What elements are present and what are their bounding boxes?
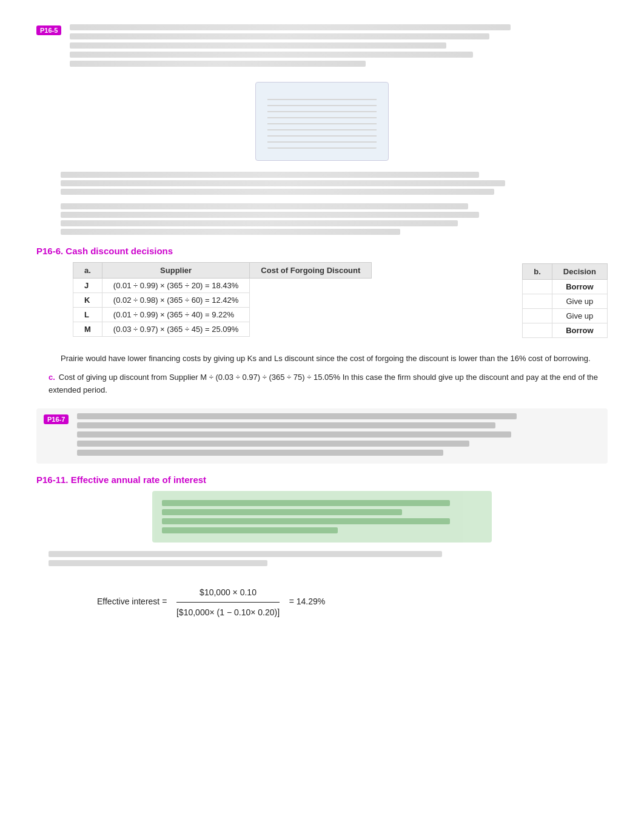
discount-table: a. Supplier Cost of Forgoing Discount J … — [73, 262, 372, 337]
p16-11-blurred-note — [36, 547, 608, 573]
p16-6-header: P16-6. Cash discount decisions — [36, 246, 608, 256]
blurred-line-4 — [70, 52, 473, 58]
narrative-text: Prairie would have lower financing costs… — [61, 353, 608, 365]
col-cost-header: Cost of Forgoing Discount — [250, 263, 372, 279]
green-row-1 — [162, 500, 450, 506]
mid-text-1 — [61, 172, 479, 178]
mid-blurred-5 — [77, 450, 443, 456]
decision-spacer — [523, 294, 552, 309]
decision-table: b. Decision Borrow Give up Give up Borro… — [522, 263, 608, 338]
formula-cell: (0.02 ÷ 0.98) × (365 ÷ 60) = 12.42% — [102, 293, 250, 308]
decision-row: Borrow — [523, 280, 608, 294]
decision-spacer — [523, 323, 552, 338]
decision-cell: Borrow — [552, 323, 607, 338]
mid-problem-text — [77, 413, 600, 459]
part-c-text: Cost of giving up discount from Supplier… — [49, 373, 598, 394]
mid-text-7 — [61, 229, 400, 235]
p16-11-header: P16-11. Effective annual rate of interes… — [36, 475, 608, 485]
supplier-cell: J — [73, 279, 102, 293]
green-row-2 — [162, 509, 402, 515]
table-row: K (0.02 ÷ 0.98) × (365 ÷ 60) = 12.42% — [73, 293, 372, 308]
decision-row: Borrow — [523, 323, 608, 338]
fraction-denominator: [$10,000× (1 − 0.10× 0.20)] — [176, 603, 280, 621]
mid-problem-section: P16-7 — [36, 408, 608, 464]
mid-text-3 — [61, 189, 494, 195]
blurred-line-5 — [70, 61, 366, 67]
effective-interest-result: = 14.29% — [289, 597, 326, 607]
col-decision-header: Decision — [552, 264, 607, 280]
table-row: M (0.03 ÷ 0.97) × (365 ÷ 45) = 25.09% — [73, 322, 372, 337]
mid-problem-id: P16-7 — [44, 414, 69, 424]
mid-text-6 — [61, 220, 458, 226]
mid-text-4 — [61, 203, 468, 209]
table-row: J (0.01 ÷ 0.99) × (365 ÷ 20) = 18.43% — [73, 279, 372, 293]
mid-blurred-1 — [77, 413, 517, 419]
middle-text-block — [36, 172, 608, 235]
effective-interest-formula: Effective interest = $10,000 × 0.10 [$10… — [97, 584, 608, 621]
decision-spacer — [523, 280, 552, 294]
p16-11-data-table — [152, 491, 492, 543]
blurred-line-2 — [70, 33, 489, 39]
decision-cell: Give up — [552, 294, 607, 309]
formula-cell: (0.01 ÷ 0.99) × (365 ÷ 20) = 18.43% — [102, 279, 250, 293]
effective-interest-label: Effective interest = — [97, 597, 167, 607]
note-row-2 — [49, 560, 267, 566]
problem-image — [255, 82, 389, 161]
blurred-line-3 — [70, 42, 446, 49]
part-c-label: c. — [49, 373, 55, 382]
part-b: b. Decision Borrow Give up Give up Borro… — [498, 262, 608, 347]
math-fraction: $10,000 × 0.10 [$10,000× (1 − 0.10× 0.20… — [176, 584, 280, 621]
decision-spacer — [523, 309, 552, 323]
p16-11-section: P16-11. Effective annual rate of interes… — [36, 475, 608, 621]
top-problem-text — [70, 24, 608, 70]
supplier-cell: K — [73, 293, 102, 308]
mid-blurred-4 — [77, 441, 469, 447]
table-row: L (0.01 ÷ 0.99) × (365 ÷ 40) = 9.22% — [73, 308, 372, 322]
green-row-4 — [162, 527, 338, 533]
supplier-cell: L — [73, 308, 102, 322]
blurred-line-1 — [70, 24, 511, 30]
formula-cell: (0.01 ÷ 0.99) × (365 ÷ 40) = 9.22% — [102, 308, 250, 322]
decision-row: Give up — [523, 309, 608, 323]
green-row-3 — [162, 518, 450, 524]
col-supplier-header: Supplier — [102, 263, 250, 279]
col-b-label: b. — [523, 264, 552, 280]
formula-cell: (0.03 ÷ 0.97) × (365 ÷ 45) = 25.09% — [102, 322, 250, 337]
decision-row: Give up — [523, 294, 608, 309]
ab-container: a. Supplier Cost of Forgoing Discount J … — [49, 262, 608, 347]
top-problem-section: P16-5 — [36, 24, 608, 70]
p16-6-section: P16-6. Cash discount decisions a. Suppli… — [36, 246, 608, 396]
spacer — [61, 197, 583, 203]
part-a: a. Supplier Cost of Forgoing Discount J … — [49, 262, 480, 347]
decision-cell: Borrow — [552, 280, 607, 294]
col-part-a-label: a. — [73, 263, 102, 279]
mid-blurred-2 — [77, 422, 495, 428]
mid-blurred-3 — [77, 431, 511, 438]
image-content — [267, 94, 377, 149]
mid-text-5 — [61, 212, 479, 218]
note-row-1 — [49, 551, 442, 557]
fraction-numerator: $10,000 × 0.10 — [176, 584, 280, 603]
top-problem-id: P16-5 — [36, 25, 61, 35]
decision-cell: Give up — [552, 309, 607, 323]
mid-text-2 — [61, 180, 505, 186]
supplier-cell: M — [73, 322, 102, 337]
part-c: c.Cost of giving up discount from Suppli… — [49, 371, 608, 397]
